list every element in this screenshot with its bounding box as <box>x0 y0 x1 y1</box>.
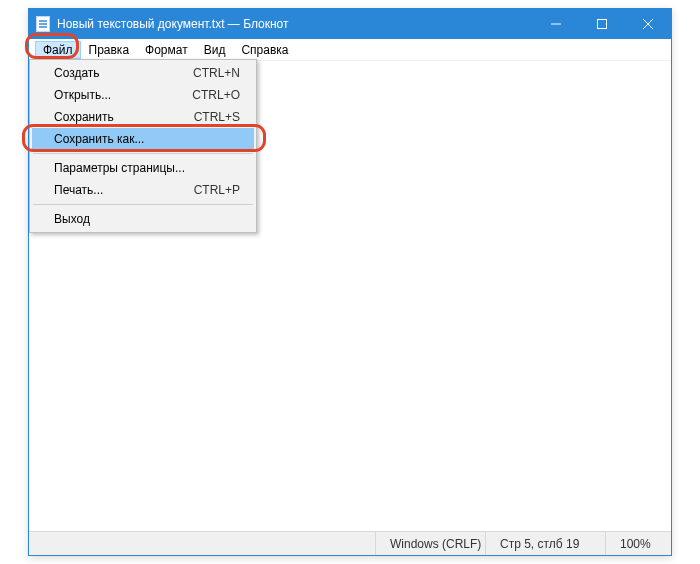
menu-help[interactable]: Справка <box>233 41 296 59</box>
menu-item-save-as[interactable]: Сохранить как... <box>32 128 254 150</box>
menu-separator <box>33 204 253 205</box>
menu-item-label: Сохранить <box>54 110 194 124</box>
menu-item-open[interactable]: Открыть... CTRL+O <box>32 84 254 106</box>
menu-item-label: Печать... <box>54 183 194 197</box>
menu-item-shortcut: CTRL+S <box>194 110 240 124</box>
minimize-button[interactable] <box>533 9 579 39</box>
app-icon <box>29 16 57 32</box>
menu-item-save[interactable]: Сохранить CTRL+S <box>32 106 254 128</box>
maximize-button[interactable] <box>579 9 625 39</box>
status-cursor-position: Стр 5, стлб 19 <box>485 532 605 555</box>
menu-view[interactable]: Вид <box>196 41 234 59</box>
menu-format[interactable]: Формат <box>137 41 196 59</box>
menu-item-shortcut: CTRL+N <box>193 66 240 80</box>
menu-item-print[interactable]: Печать... CTRL+P <box>32 179 254 201</box>
file-menu-dropdown: Создать CTRL+N Открыть... CTRL+O Сохрани… <box>29 59 257 233</box>
statusbar: Windows (CRLF) Стр 5, стлб 19 100% <box>29 531 671 555</box>
svg-rect-1 <box>598 20 607 29</box>
menu-edit[interactable]: Правка <box>81 41 138 59</box>
titlebar[interactable]: Новый текстовый документ.txt — Блокнот <box>29 9 671 39</box>
menubar: Файл Правка Формат Вид Справка <box>29 39 671 61</box>
status-zoom: 100% <box>605 532 671 555</box>
close-button[interactable] <box>625 9 671 39</box>
menu-item-label: Открыть... <box>54 88 192 102</box>
menu-file[interactable]: Файл <box>35 41 81 59</box>
menu-separator <box>33 153 253 154</box>
menu-item-label: Параметры страницы... <box>54 161 240 175</box>
status-line-ending: Windows (CRLF) <box>375 532 485 555</box>
menu-item-label: Создать <box>54 66 193 80</box>
menu-item-shortcut: CTRL+P <box>194 183 240 197</box>
menu-item-page-setup[interactable]: Параметры страницы... <box>32 157 254 179</box>
menu-item-exit[interactable]: Выход <box>32 208 254 230</box>
menu-item-new[interactable]: Создать CTRL+N <box>32 62 254 84</box>
menu-item-shortcut: CTRL+O <box>192 88 240 102</box>
window-title: Новый текстовый документ.txt — Блокнот <box>57 17 533 31</box>
menu-item-label: Сохранить как... <box>54 132 240 146</box>
menu-item-label: Выход <box>54 212 240 226</box>
